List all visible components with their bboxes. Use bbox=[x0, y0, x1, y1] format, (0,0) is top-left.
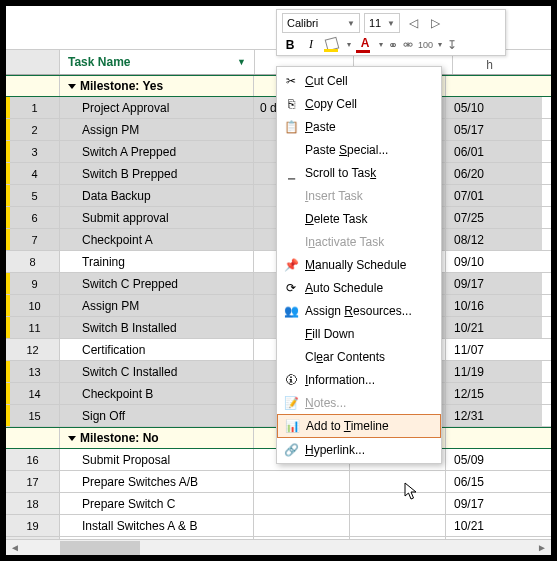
date-cell[interactable]: 11/19 bbox=[446, 361, 542, 382]
task-cell[interactable]: Certification bbox=[60, 339, 254, 360]
menu-cut[interactable]: ✂Cut Cell bbox=[277, 69, 441, 92]
row-number[interactable]: 19 bbox=[6, 515, 60, 536]
date-cell[interactable]: 09/17 bbox=[446, 493, 542, 514]
people-icon: 👥 bbox=[283, 304, 299, 318]
font-color-button[interactable]: A bbox=[356, 38, 374, 52]
date-cell[interactable]: 08/12 bbox=[446, 229, 542, 250]
date-cell[interactable]: 09/17 bbox=[446, 273, 542, 294]
date-cell[interactable]: 07/25 bbox=[446, 207, 542, 228]
menu-insert-task: Insert Task bbox=[277, 184, 441, 207]
task-cell[interactable]: Checkpoint A bbox=[60, 229, 254, 250]
menu-paste-special[interactable]: Paste Special... bbox=[277, 138, 441, 161]
row-number[interactable]: 2 bbox=[6, 119, 60, 140]
menu-delete-task[interactable]: Delete Task bbox=[277, 207, 441, 230]
task-cell[interactable]: Prepare Switch C bbox=[60, 493, 254, 514]
row-number[interactable]: 12 bbox=[6, 339, 60, 360]
percent-icon[interactable]: 100 bbox=[418, 40, 433, 50]
auto-icon: ⟳ bbox=[283, 281, 299, 295]
menu-assign-resources[interactable]: 👥Assign Resources... bbox=[277, 299, 441, 322]
row-number[interactable]: 16 bbox=[6, 449, 60, 470]
menu-inactivate-task: Inactivate Task bbox=[277, 230, 441, 253]
menu-information[interactable]: 🛈Information... bbox=[277, 368, 441, 391]
task-cell[interactable]: Submit approval bbox=[60, 207, 254, 228]
italic-button[interactable]: I bbox=[303, 37, 319, 52]
bold-button[interactable]: B bbox=[282, 38, 298, 52]
task-cell[interactable]: Switch C Installed bbox=[60, 361, 254, 382]
table-row[interactable]: 19Install Switches A & B10/21 bbox=[6, 515, 551, 537]
table-row[interactable]: 18Prepare Switch C09/17 bbox=[6, 493, 551, 515]
row-number[interactable]: 11 bbox=[6, 317, 60, 338]
task-cell[interactable]: Sign Off bbox=[60, 405, 254, 426]
row-number[interactable]: 18 bbox=[6, 493, 60, 514]
row-number[interactable]: 13 bbox=[6, 361, 60, 382]
task-cell[interactable]: Assign PM bbox=[60, 295, 254, 316]
row-number[interactable]: 5 bbox=[6, 185, 60, 206]
task-cell[interactable]: Switch C Prepped bbox=[60, 273, 254, 294]
task-cell[interactable]: Install Switches A & B bbox=[60, 515, 254, 536]
notes-icon: 📝 bbox=[283, 396, 299, 410]
menu-paste[interactable]: 📋Paste bbox=[277, 115, 441, 138]
unlink-icon[interactable]: ⚮ bbox=[403, 38, 413, 52]
date-cell[interactable]: 10/21 bbox=[446, 515, 542, 536]
date-cell[interactable]: 07/01 bbox=[446, 185, 542, 206]
task-cell[interactable]: Data Backup bbox=[60, 185, 254, 206]
table-row[interactable]: 17Prepare Switches A/B06/15 bbox=[6, 471, 551, 493]
outdent-icon[interactable]: ◁ bbox=[404, 14, 422, 32]
hyperlink-icon: 🔗 bbox=[283, 443, 299, 457]
date-cell[interactable]: 05/17 bbox=[446, 119, 542, 140]
row-number[interactable]: 15 bbox=[6, 405, 60, 426]
row-number[interactable]: 3 bbox=[6, 141, 60, 162]
fill-color-button[interactable] bbox=[324, 38, 342, 52]
menu-manually-schedule[interactable]: 📌Manually Schedule bbox=[277, 253, 441, 276]
menu-add-to-timeline[interactable]: 📊Add to Timeline bbox=[277, 414, 441, 438]
row-number[interactable]: 17 bbox=[6, 471, 60, 492]
task-cell[interactable]: Switch B Prepped bbox=[60, 163, 254, 184]
row-number[interactable]: 14 bbox=[6, 383, 60, 404]
horizontal-scrollbar[interactable]: ◄ ► bbox=[6, 539, 551, 555]
task-cell[interactable]: Assign PM bbox=[60, 119, 254, 140]
row-number[interactable]: 6 bbox=[6, 207, 60, 228]
context-menu: ✂Cut Cell ⎘Copy Cell 📋Paste Paste Specia… bbox=[276, 66, 442, 464]
row-number[interactable]: 4 bbox=[6, 163, 60, 184]
row-number[interactable]: 9 bbox=[6, 273, 60, 294]
font-name-select[interactable]: Calibri▼ bbox=[282, 13, 360, 33]
scroll-icon[interactable]: ↧ bbox=[447, 38, 457, 52]
task-cell[interactable]: Prepare Switches A/B bbox=[60, 471, 254, 492]
date-cell[interactable]: 05/09 bbox=[446, 449, 542, 470]
pin-icon: 📌 bbox=[283, 258, 299, 272]
copy-icon: ⎘ bbox=[283, 97, 299, 111]
menu-scroll-to-task[interactable]: ⎯Scroll to Task bbox=[277, 161, 441, 184]
row-number[interactable]: 8 bbox=[6, 251, 60, 272]
indent-icon[interactable]: ▷ bbox=[426, 14, 444, 32]
date-cell[interactable]: 06/15 bbox=[446, 471, 542, 492]
row-number[interactable]: 7 bbox=[6, 229, 60, 250]
menu-clear-contents[interactable]: Clear Contents bbox=[277, 345, 441, 368]
task-cell[interactable]: Training bbox=[60, 251, 254, 272]
task-name-header[interactable]: Task Name▼ bbox=[60, 50, 254, 74]
date-cell[interactable]: 12/31 bbox=[446, 405, 542, 426]
font-size-select[interactable]: 11▼ bbox=[364, 13, 400, 33]
date-cell[interactable]: 09/10 bbox=[446, 251, 542, 272]
paste-icon: 📋 bbox=[283, 120, 299, 134]
menu-copy[interactable]: ⎘Copy Cell bbox=[277, 92, 441, 115]
date-cell[interactable]: 05/10 bbox=[446, 97, 542, 118]
date-cell[interactable]: 06/20 bbox=[446, 163, 542, 184]
task-cell[interactable]: Switch B Installed bbox=[60, 317, 254, 338]
task-cell[interactable]: Switch A Prepped bbox=[60, 141, 254, 162]
date-cell[interactable]: 06/01 bbox=[446, 141, 542, 162]
link-icon[interactable]: ⚭ bbox=[388, 38, 398, 52]
date-cell[interactable]: 10/21 bbox=[446, 317, 542, 338]
menu-notes: 📝Notes... bbox=[277, 391, 441, 414]
row-number[interactable]: 10 bbox=[6, 295, 60, 316]
menu-hyperlink[interactable]: 🔗Hyperlink... bbox=[277, 438, 441, 461]
date-cell[interactable]: 12/15 bbox=[446, 383, 542, 404]
task-cell[interactable]: Project Approval bbox=[60, 97, 254, 118]
date-cell[interactable]: 10/16 bbox=[446, 295, 542, 316]
row-number[interactable]: 1 bbox=[6, 97, 60, 118]
menu-auto-schedule[interactable]: ⟳Auto Schedule bbox=[277, 276, 441, 299]
scissors-icon: ✂ bbox=[283, 74, 299, 88]
task-cell[interactable]: Checkpoint B bbox=[60, 383, 254, 404]
date-cell[interactable]: 11/07 bbox=[446, 339, 542, 360]
task-cell[interactable]: Submit Proposal bbox=[60, 449, 254, 470]
menu-fill-down[interactable]: Fill Down bbox=[277, 322, 441, 345]
